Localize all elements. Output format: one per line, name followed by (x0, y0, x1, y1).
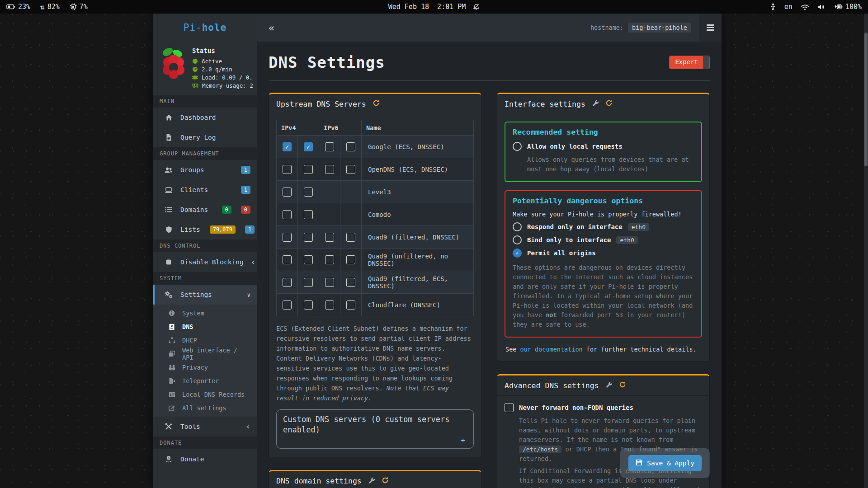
list-icon (164, 206, 173, 213)
sidebar-item-query-log[interactable]: Query Log (153, 127, 257, 147)
table-row: Cloudflare (DNSSEC) (277, 294, 474, 316)
server-name: Cloudflare (DNSSEC) (362, 294, 474, 316)
checkbox-quad9u-v6-2[interactable] (346, 255, 355, 264)
sidebar-subitem-system[interactable]: System (153, 306, 257, 320)
server-name: Google (ECS, DNSSEC) (362, 136, 474, 158)
wrench-icon[interactable] (368, 477, 375, 486)
checkbox-cloudflare-v4-2[interactable] (304, 300, 313, 310)
notifications-muted-icon[interactable] (473, 4, 480, 10)
sidebar-item-domains[interactable]: Domains 0 0 (153, 200, 257, 220)
sidebar-subitem-teleporter[interactable]: Teleporter (153, 374, 257, 388)
allow-local-description: Allows only queries from devices that ar… (527, 155, 694, 174)
expert-toggle-button[interactable]: Expert (669, 56, 710, 69)
screen-scrollbar[interactable] (864, 14, 868, 488)
radio-respond-only-interface[interactable] (513, 222, 522, 231)
checkbox-quad9u-v4-1[interactable] (283, 255, 292, 264)
checkbox-quad9u-v4-2[interactable] (304, 255, 313, 264)
save-apply-button[interactable]: Save & Apply (628, 455, 702, 471)
dns-server-icon (168, 324, 176, 330)
checkbox-comodo-v4-2[interactable] (304, 210, 313, 219)
battery-indicator[interactable]: 23% (6, 3, 30, 11)
pihole-logo[interactable]: Pi-hole (153, 14, 257, 42)
checkbox-cloudflare-v6-1[interactable] (325, 300, 334, 310)
custom-dns-label: Custom DNS servers (0 custom servers ena… (283, 414, 467, 435)
checkbox-quad9f-v6-1[interactable] (325, 233, 334, 242)
section-header-main: MAIN (153, 95, 257, 108)
volume-icon[interactable] (817, 4, 825, 10)
checkbox-opendns-v6-1[interactable] (325, 165, 334, 174)
checkbox-google-v4-1[interactable] (283, 142, 292, 151)
checkbox-quad9f-v6-2[interactable] (346, 233, 355, 242)
upstream-dns-panel: Upstream DNS Servers IPv4 IPv6 Name (269, 93, 481, 457)
interface-panel-title: Interface settings (505, 100, 585, 108)
battery-right-indicator[interactable]: 100% (833, 3, 862, 11)
sidebar-subitem-dns[interactable]: DNS (153, 320, 257, 333)
cpu-indicator[interactable]: 7% (70, 3, 88, 11)
checkbox-quad9u-v6-1[interactable] (325, 255, 334, 264)
documentation-link[interactable]: our documentation (520, 346, 583, 353)
interface-name-code: eth0 (628, 223, 649, 231)
checkbox-google-v6-2[interactable] (346, 142, 355, 151)
pihole-window: Pi-hole Status Active 2.0 q/ (153, 14, 722, 488)
address-card-icon (168, 392, 176, 398)
checkbox-cloudflare-v6-2[interactable] (346, 300, 355, 310)
checkbox-opendns-v4-2[interactable] (304, 165, 313, 174)
sidebar-item-settings[interactable]: Settings ∨ (153, 285, 257, 305)
custom-dns-servers-box[interactable]: Custom DNS servers (0 custom servers ena… (276, 409, 474, 449)
refresh-icon[interactable] (382, 477, 389, 486)
column-header-name: Name (362, 120, 474, 136)
refresh-icon[interactable] (373, 99, 380, 108)
checkbox-comodo-v4-1[interactable] (283, 210, 292, 219)
save-apply-container: Save & Apply (620, 448, 710, 478)
sidebar-subitem-all-settings[interactable]: All settings (153, 401, 257, 415)
checkbox-google-v4-2[interactable] (304, 142, 313, 151)
wifi-icon[interactable] (801, 4, 809, 10)
wrench-icon[interactable] (592, 99, 599, 108)
accessibility-icon[interactable] (770, 3, 776, 11)
refresh-icon[interactable] (605, 99, 613, 108)
radio-allow-local-requests[interactable] (513, 142, 522, 151)
status-memory-icon (192, 83, 198, 88)
sidebar-subitem-local-dns[interactable]: Local DNS Records (153, 388, 257, 401)
sidebar-subitem-dhcp[interactable]: DHCP (153, 333, 257, 347)
scrollbar-thumb[interactable] (864, 33, 868, 166)
column-header-ipv4: IPv4 (277, 120, 319, 136)
checkbox-quad9f-v4-1[interactable] (283, 233, 292, 242)
sidebar-item-dashboard[interactable]: Dashboard (153, 108, 257, 127)
checkbox-quad9e-v6-2[interactable] (346, 278, 355, 287)
checkbox-opendns-v4-1[interactable] (283, 165, 292, 174)
radio-permit-all-origins[interactable] (513, 249, 522, 258)
checkbox-cloudflare-v4-1[interactable] (283, 300, 292, 310)
chevron-down-icon: ∨ (247, 292, 250, 298)
advanced-panel-title: Advanced DNS settings (505, 381, 599, 390)
sidebar-item-groups[interactable]: Groups 1 (153, 160, 257, 180)
clock[interactable]: Wed Feb 18 2:01 PM (388, 3, 466, 11)
checkbox-level3-v4-2[interactable] (304, 188, 313, 197)
checkbox-google-v6-1[interactable] (325, 142, 334, 151)
keyboard-layout[interactable]: en (784, 3, 793, 11)
sidebar-item-donate[interactable]: $ Donate (153, 449, 257, 469)
checkbox-quad9e-v4-1[interactable] (283, 278, 292, 287)
dangerous-heading: Potentially dangerous options (513, 197, 694, 205)
network-indicator[interactable]: ⇅ 82% (40, 3, 60, 11)
sidebar-item-lists[interactable]: Lists 79,079 1 (153, 220, 257, 239)
refresh-icon[interactable] (619, 381, 626, 390)
checkbox-level3-v4-1[interactable] (283, 188, 292, 197)
sidebar-item-tools[interactable]: Tools ‹ (153, 417, 257, 436)
sidebar-item-disable-blocking[interactable]: Disable Blocking ‹ (153, 252, 257, 272)
info-icon (168, 310, 176, 316)
wrench-icon[interactable] (605, 381, 613, 390)
ecs-description: ECS (Extended Client Subnet) defines a m… (276, 324, 474, 403)
checkbox-quad9e-v6-1[interactable] (325, 278, 334, 287)
sidebar-subitem-web-interface[interactable]: Web interface / API (153, 347, 257, 361)
sidebar-subitem-privacy[interactable]: Privacy (153, 361, 257, 374)
sidebar-collapse-button[interactable]: « (269, 22, 274, 33)
checkbox-never-forward-nonfqdn[interactable] (505, 403, 514, 412)
radio-bind-only-interface[interactable] (513, 235, 522, 244)
sidebar-item-clients[interactable]: Clients 1 (153, 180, 257, 200)
checkbox-opendns-v6-2[interactable] (346, 165, 355, 174)
checkbox-quad9f-v4-2[interactable] (304, 233, 313, 242)
checkbox-quad9e-v4-2[interactable] (304, 278, 313, 287)
add-custom-server-button[interactable]: + (283, 435, 467, 445)
menu-button[interactable] (699, 14, 722, 42)
